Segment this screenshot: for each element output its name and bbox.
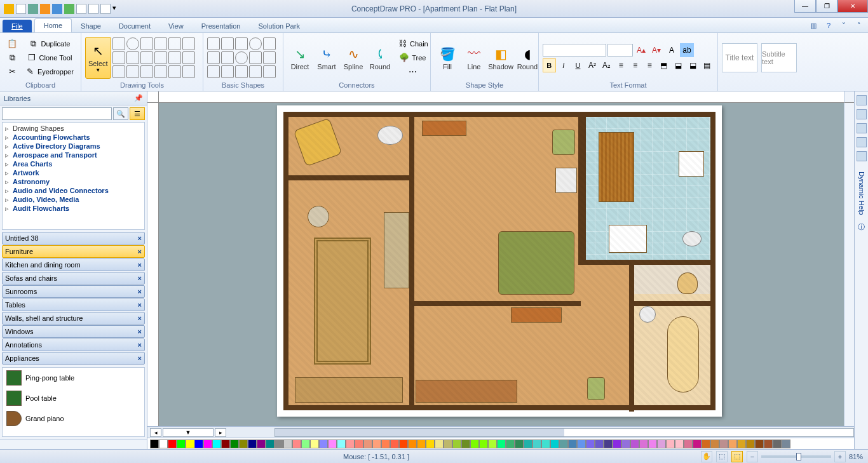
color-swatch[interactable] [550,440,559,448]
color-swatch[interactable] [390,440,399,448]
fridge-shape[interactable] [555,168,577,193]
color-swatch[interactable] [737,440,746,448]
shape-item[interactable]: Ping-pong table [3,368,144,388]
eyedropper-button[interactable]: ✎Eyedropper [22,65,77,79]
color-swatch[interactable] [630,440,639,448]
counter-shape[interactable] [609,225,647,253]
cabinet-shape[interactable] [416,380,517,403]
search-button[interactable]: 🔍 [113,107,128,120]
copy-button[interactable]: ⧉ [4,51,20,65]
zoom-knob[interactable] [796,453,801,460]
tool-icon[interactable]: ⬚ [731,451,743,462]
tree-item[interactable]: Astronomy [4,177,143,186]
color-swatch[interactable] [666,440,675,448]
next-page-button[interactable]: ▸ [215,428,226,437]
color-swatch[interactable] [372,440,381,448]
chair-shape[interactable] [552,130,575,155]
lib-row[interactable]: Annotations× [2,339,145,351]
tree-item[interactable]: Audio and Video Connectors [4,186,143,195]
tree-item[interactable]: Audio, Video, Media [4,195,143,204]
tab-presentation[interactable]: Presentation [193,20,250,32]
cut-button[interactable]: ✂ [4,65,20,79]
close-lib-icon[interactable]: × [138,301,142,309]
underline-button[interactable]: U [571,58,585,72]
close-lib-icon[interactable]: × [138,234,142,242]
color-swatch[interactable] [684,440,693,448]
grow-font-button[interactable]: A▴ [634,43,648,57]
dresser-shape[interactable] [422,121,466,136]
connector-more[interactable]: ⋯ [394,65,431,79]
first-page-button[interactable]: ◂ [150,428,161,437]
title-style-preview[interactable]: Title text [722,43,757,72]
color-swatch[interactable] [355,440,363,448]
color-swatch[interactable] [728,440,737,448]
cabinet-shape[interactable] [384,212,409,288]
color-swatch[interactable] [675,440,684,448]
wall[interactable] [578,260,710,265]
file-tab[interactable]: File [3,20,32,32]
vertical-ruler[interactable] [147,103,159,426]
font-family-combo[interactable] [543,44,606,57]
toilet-shape[interactable] [677,272,698,294]
floor-plan[interactable] [283,112,715,410]
color-swatch[interactable] [710,440,719,448]
tab-shape[interactable]: Shape [72,20,110,32]
subscript-button[interactable]: A₂ [600,58,613,72]
shape-item[interactable]: Pool table [3,388,144,408]
zoom-slider[interactable] [761,455,831,458]
color-swatch[interactable] [435,440,444,448]
color-swatch[interactable] [497,440,506,448]
chain-connector[interactable]: ⛓Chain [394,37,431,51]
smart-connector[interactable]: ⤷Smart [314,37,339,79]
color-swatch[interactable] [532,440,541,448]
pin-icon[interactable]: 📌 [134,94,143,102]
lib-row[interactable]: Kitchen and dining room× [2,258,145,271]
color-swatch[interactable] [221,440,230,448]
tree-item[interactable]: Drawing Shapes [4,124,143,133]
bold-button[interactable]: B [543,58,556,72]
color-swatch[interactable] [488,440,497,448]
duplicate-button[interactable]: ⧉Duplicate [22,37,77,51]
shapes-list[interactable]: Ping-pong table Pool table Grand piano [2,367,145,437]
drawing-tool-grid[interactable] [112,37,195,78]
text-margin-button[interactable]: ▤ [700,58,714,72]
sidebar-hscroll[interactable] [0,439,147,449]
color-swatch[interactable] [337,440,346,448]
superscript-button[interactable]: A² [586,58,599,72]
color-swatch[interactable] [159,440,168,448]
align-bottom-button[interactable]: ⬓ [686,58,700,72]
color-swatch[interactable] [257,440,266,448]
color-swatch[interactable] [168,440,177,448]
color-swatch[interactable] [755,440,764,448]
wall[interactable] [409,117,414,405]
color-swatch[interactable] [186,440,194,448]
color-swatch[interactable] [292,440,301,448]
rail-icon[interactable] [857,95,867,105]
close-lib-icon[interactable]: × [138,341,142,349]
lib-row[interactable]: Sofas and chairs× [2,272,145,285]
color-swatch[interactable] [461,440,470,448]
color-swatch[interactable] [746,440,755,448]
line-button[interactable]: 〰Line [461,37,487,79]
color-swatch[interactable] [266,440,275,448]
wall[interactable] [629,301,710,306]
color-swatch[interactable] [524,440,532,448]
dining-table-shape[interactable] [599,132,634,202]
basic-shapes-grid[interactable] [207,37,276,78]
color-swatch[interactable] [283,440,292,448]
search-input[interactable] [2,107,112,120]
sofa-shape[interactable] [498,231,574,295]
wall[interactable] [629,264,634,412]
stool-shape[interactable] [308,206,329,227]
wall[interactable] [288,175,409,180]
clone-tool-button[interactable]: ❐Clone Tool [22,51,77,65]
color-swatch[interactable] [319,440,328,448]
tree-toggle-button[interactable]: ☰ [130,107,145,120]
shrink-font-button[interactable]: A▾ [649,43,663,57]
close-lib-icon[interactable]: × [138,328,142,335]
bath-sink-shape[interactable] [639,306,656,323]
close-lib-icon[interactable]: × [138,261,142,269]
cabinet-shape[interactable] [511,307,562,323]
color-swatch[interactable] [150,440,159,448]
tab-document[interactable]: Document [110,20,159,32]
